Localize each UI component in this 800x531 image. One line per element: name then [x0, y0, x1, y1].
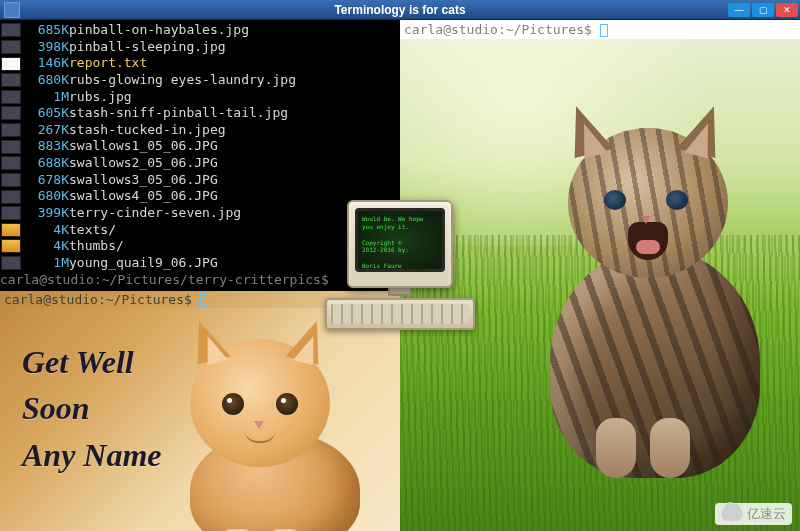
listing-row[interactable]: 146K report.txt: [0, 55, 400, 72]
card-line1: Get Well: [22, 339, 162, 385]
card-line3: Any Name: [22, 432, 162, 478]
thumbnail-icon: [1, 106, 21, 120]
thumbnail-icon: [1, 23, 21, 37]
file-size: 399K: [23, 205, 69, 222]
thumbnail-icon: [1, 140, 21, 154]
file-name: young_quail9_06.JPG: [69, 255, 218, 272]
thumbnail-icon: [1, 73, 21, 87]
listing-row[interactable]: 883K swallows1_05_06.JPG: [0, 138, 400, 155]
titlebar[interactable]: Terminology is for cats — ▢ ✕: [0, 0, 800, 20]
cursor-icon: [600, 24, 608, 37]
watermark: 亿速云: [715, 503, 792, 525]
cloud-icon: [721, 507, 743, 521]
thumbnail-icon: [1, 123, 21, 137]
file-size: 267K: [23, 122, 69, 139]
file-size: 1M: [23, 255, 69, 272]
file-name: stash-tucked-in.jpeg: [69, 122, 226, 139]
window-title: Terminology is for cats: [334, 3, 465, 17]
close-button[interactable]: ✕: [776, 3, 798, 17]
folder-icon: [1, 223, 21, 237]
app-icon: [4, 2, 20, 18]
file-name: rubs-glowing eyes-laundry.jpg: [69, 72, 296, 89]
listing-row[interactable]: 688K swallows2_05_06.JPG: [0, 155, 400, 172]
file-name: terry-cinder-seven.jpg: [69, 205, 241, 222]
thumbnail-icon: [1, 256, 21, 270]
file-size: 4K: [23, 238, 69, 255]
file-name: stash-sniff-pinball-tail.jpg: [69, 105, 288, 122]
file-size: 4K: [23, 222, 69, 239]
file-size: 680K: [23, 72, 69, 89]
prompt-text: carla@studio:~/Pictures$: [4, 292, 200, 307]
file-name: pinball-sleeping.jpg: [69, 39, 226, 56]
listing-row[interactable]: 680K rubs-glowing eyes-laundry.jpg: [0, 72, 400, 89]
window-body: 685K pinball-on-haybales.jpg398K pinball…: [0, 20, 800, 531]
about-screen-text: Would be. We hope you enjoy it. Copyrigh…: [358, 211, 442, 269]
folder-icon: [1, 239, 21, 253]
app-window: Terminology is for cats — ▢ ✕ 685K pinba…: [0, 0, 800, 531]
file-name: thumbs/: [69, 238, 124, 255]
file-name: report.txt: [69, 55, 147, 72]
listing-row[interactable]: 1M rubs.jpg: [0, 89, 400, 106]
file-name: swallows2_05_06.JPG: [69, 155, 218, 172]
window-buttons: — ▢ ✕: [728, 3, 798, 17]
file-size: 685K: [23, 22, 69, 39]
orange-kitten: [150, 321, 370, 531]
file-size: 883K: [23, 138, 69, 155]
file-name: swallows1_05_06.JPG: [69, 138, 218, 155]
thumbnail-icon: [1, 173, 21, 187]
card-line2: Soon: [22, 385, 162, 431]
file-name: rubs.jpg: [69, 89, 132, 106]
cursor-icon: [200, 294, 208, 307]
file-size: 680K: [23, 188, 69, 205]
listing-row[interactable]: 267K stash-tucked-in.jpeg: [0, 122, 400, 139]
document-icon: [1, 57, 21, 71]
file-name: swallows3_05_06.JPG: [69, 172, 218, 189]
listing-row[interactable]: 398K pinball-sleeping.jpg: [0, 39, 400, 56]
thumbnail-icon: [1, 156, 21, 170]
thumbnail-icon: [1, 190, 21, 204]
keyboard-icon: [325, 298, 475, 330]
thumbnail-icon: [1, 206, 21, 220]
right-prompt[interactable]: carla@studio:~/Pictures$: [400, 20, 800, 39]
file-size: 678K: [23, 172, 69, 189]
file-name: pinball-on-haybales.jpg: [69, 22, 249, 39]
file-name: texts/: [69, 222, 116, 239]
file-size: 398K: [23, 39, 69, 56]
file-size: 605K: [23, 105, 69, 122]
card-text: Get Well Soon Any Name: [22, 339, 162, 478]
prompt-text: carla@studio:~/Pictures/terry-critterpic…: [0, 272, 329, 287]
monitor-icon: Would be. We hope you enjoy it. Copyrigh…: [347, 200, 453, 288]
file-name: swallows4_05_06.JPG: [69, 188, 218, 205]
minimize-button[interactable]: —: [728, 3, 750, 17]
thumbnail-icon: [1, 40, 21, 54]
listing-row[interactable]: 605K stash-sniff-pinball-tail.jpg: [0, 105, 400, 122]
watermark-text: 亿速云: [747, 505, 786, 523]
file-size: 146K: [23, 55, 69, 72]
prompt-text: carla@studio:~/Pictures$: [404, 22, 600, 37]
about-popup[interactable]: Would be. We hope you enjoy it. Copyrigh…: [325, 200, 475, 330]
listing-row[interactable]: 678K swallows3_05_06.JPG: [0, 172, 400, 189]
maximize-button[interactable]: ▢: [752, 3, 774, 17]
tabby-kitten: [520, 98, 780, 458]
file-size: 1M: [23, 89, 69, 106]
thumbnail-icon: [1, 90, 21, 104]
listing-row[interactable]: 685K pinball-on-haybales.jpg: [0, 22, 400, 39]
file-size: 688K: [23, 155, 69, 172]
